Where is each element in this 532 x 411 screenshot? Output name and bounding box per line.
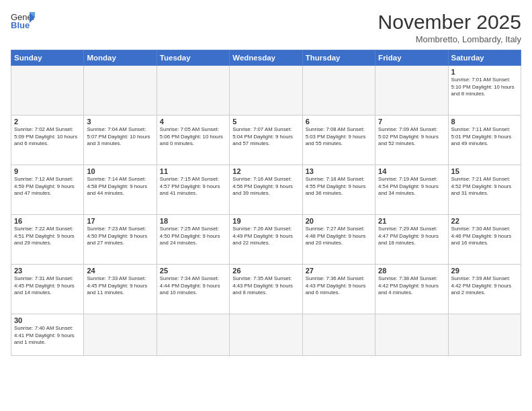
day-info: Sunrise: 7:29 AM Sunset: 4:47 PM Dayligh… <box>378 226 445 247</box>
day-info: Sunrise: 7:12 AM Sunset: 4:59 PM Dayligh… <box>14 176 81 197</box>
calendar-cell: 17Sunrise: 7:23 AM Sunset: 4:50 PM Dayli… <box>84 215 157 265</box>
day-number: 20 <box>306 217 372 225</box>
day-number: 12 <box>232 167 299 175</box>
week-row-2: 2Sunrise: 7:02 AM Sunset: 5:09 PM Daylig… <box>11 116 521 165</box>
title-block: November 2025 Mombretto, Lombardy, Italy <box>378 11 521 44</box>
day-number: 26 <box>232 267 299 275</box>
week-row-1: 1Sunrise: 7:01 AM Sunset: 5:10 PM Daylig… <box>11 66 521 116</box>
calendar-cell: 4Sunrise: 7:05 AM Sunset: 5:06 PM Daylig… <box>157 116 229 165</box>
calendar-cell: 28Sunrise: 7:38 AM Sunset: 4:42 PM Dayli… <box>375 265 448 314</box>
calendar-cell: 1Sunrise: 7:01 AM Sunset: 5:10 PM Daylig… <box>448 66 521 116</box>
day-info: Sunrise: 7:02 AM Sunset: 5:09 PM Dayligh… <box>14 126 81 148</box>
day-info: Sunrise: 7:26 AM Sunset: 4:49 PM Dayligh… <box>232 226 299 247</box>
day-number: 18 <box>160 217 226 225</box>
header-friday: Friday <box>375 50 448 66</box>
day-number: 2 <box>14 118 81 126</box>
day-number: 5 <box>232 118 299 126</box>
day-number: 29 <box>451 267 518 275</box>
day-info: Sunrise: 7:30 AM Sunset: 4:46 PM Dayligh… <box>451 226 518 247</box>
calendar-cell: 13Sunrise: 7:18 AM Sunset: 4:55 PM Dayli… <box>302 165 375 215</box>
calendar-cell: 22Sunrise: 7:30 AM Sunset: 4:46 PM Dayli… <box>448 215 521 265</box>
day-number: 9 <box>14 167 81 175</box>
day-number: 25 <box>160 267 226 275</box>
calendar-cell <box>157 314 229 356</box>
calendar-cell: 11Sunrise: 7:15 AM Sunset: 4:57 PM Dayli… <box>157 165 229 215</box>
calendar-cell: 6Sunrise: 7:08 AM Sunset: 5:03 PM Daylig… <box>302 116 375 165</box>
day-info: Sunrise: 7:34 AM Sunset: 4:44 PM Dayligh… <box>160 275 226 297</box>
calendar-cell: 21Sunrise: 7:29 AM Sunset: 4:47 PM Dayli… <box>375 215 448 265</box>
calendar-cell: 2Sunrise: 7:02 AM Sunset: 5:09 PM Daylig… <box>11 116 84 165</box>
day-number: 11 <box>160 167 226 175</box>
day-info: Sunrise: 7:35 AM Sunset: 4:43 PM Dayligh… <box>232 275 299 297</box>
day-info: Sunrise: 7:05 AM Sunset: 5:06 PM Dayligh… <box>160 126 226 148</box>
day-info: Sunrise: 7:09 AM Sunset: 5:02 PM Dayligh… <box>378 126 445 148</box>
calendar-cell: 10Sunrise: 7:14 AM Sunset: 4:58 PM Dayli… <box>84 165 157 215</box>
calendar-cell <box>448 314 521 356</box>
day-info: Sunrise: 7:19 AM Sunset: 4:54 PM Dayligh… <box>378 176 445 197</box>
calendar-cell: 24Sunrise: 7:33 AM Sunset: 4:45 PM Dayli… <box>84 265 157 314</box>
header-saturday: Saturday <box>448 50 521 66</box>
day-number: 4 <box>160 118 226 126</box>
day-number: 27 <box>306 267 372 275</box>
day-number: 1 <box>451 68 518 76</box>
calendar-cell: 3Sunrise: 7:04 AM Sunset: 5:07 PM Daylig… <box>84 116 157 165</box>
header-sunday: Sunday <box>11 50 84 66</box>
calendar-cell <box>84 66 157 116</box>
week-row-4: 16Sunrise: 7:22 AM Sunset: 4:51 PM Dayli… <box>11 215 521 265</box>
day-number: 23 <box>14 267 81 275</box>
calendar-cell: 9Sunrise: 7:12 AM Sunset: 4:59 PM Daylig… <box>11 165 84 215</box>
day-number: 16 <box>14 217 81 225</box>
day-number: 10 <box>87 167 153 175</box>
header: General Blue November 2025 Mombretto, Lo… <box>11 11 521 44</box>
day-number: 28 <box>378 267 445 275</box>
calendar-cell: 14Sunrise: 7:19 AM Sunset: 4:54 PM Dayli… <box>375 165 448 215</box>
weekday-header-row: Sunday Monday Tuesday Wednesday Thursday… <box>11 50 521 66</box>
location: Mombretto, Lombardy, Italy <box>378 34 521 44</box>
page: General Blue November 2025 Mombretto, Lo… <box>0 0 532 411</box>
calendar-cell: 18Sunrise: 7:25 AM Sunset: 4:50 PM Dayli… <box>157 215 229 265</box>
day-info: Sunrise: 7:33 AM Sunset: 4:45 PM Dayligh… <box>87 275 153 297</box>
header-monday: Monday <box>84 50 157 66</box>
header-tuesday: Tuesday <box>157 50 229 66</box>
day-info: Sunrise: 7:38 AM Sunset: 4:42 PM Dayligh… <box>378 275 445 297</box>
day-info: Sunrise: 7:36 AM Sunset: 4:43 PM Dayligh… <box>306 275 372 297</box>
calendar-cell <box>84 314 157 356</box>
day-info: Sunrise: 7:11 AM Sunset: 5:01 PM Dayligh… <box>451 126 518 148</box>
day-info: Sunrise: 7:27 AM Sunset: 4:48 PM Dayligh… <box>306 226 372 247</box>
day-info: Sunrise: 7:18 AM Sunset: 4:55 PM Dayligh… <box>306 176 372 197</box>
day-info: Sunrise: 7:08 AM Sunset: 5:03 PM Dayligh… <box>306 126 372 148</box>
day-number: 30 <box>14 316 81 324</box>
calendar: Sunday Monday Tuesday Wednesday Thursday… <box>11 50 521 356</box>
day-info: Sunrise: 7:25 AM Sunset: 4:50 PM Dayligh… <box>160 226 226 247</box>
calendar-cell: 12Sunrise: 7:16 AM Sunset: 4:56 PM Dayli… <box>230 165 302 215</box>
calendar-cell: 27Sunrise: 7:36 AM Sunset: 4:43 PM Dayli… <box>302 265 375 314</box>
day-info: Sunrise: 7:21 AM Sunset: 4:52 PM Dayligh… <box>451 176 518 197</box>
day-info: Sunrise: 7:40 AM Sunset: 4:41 PM Dayligh… <box>14 325 81 347</box>
day-number: 8 <box>451 118 518 126</box>
calendar-cell <box>302 66 375 116</box>
calendar-cell <box>157 66 229 116</box>
calendar-cell: 15Sunrise: 7:21 AM Sunset: 4:52 PM Dayli… <box>448 165 521 215</box>
day-number: 14 <box>378 167 445 175</box>
calendar-cell: 5Sunrise: 7:07 AM Sunset: 5:04 PM Daylig… <box>230 116 302 165</box>
day-info: Sunrise: 7:15 AM Sunset: 4:57 PM Dayligh… <box>160 176 226 197</box>
calendar-cell: 7Sunrise: 7:09 AM Sunset: 5:02 PM Daylig… <box>375 116 448 165</box>
calendar-cell <box>302 314 375 356</box>
day-number: 22 <box>451 217 518 225</box>
header-wednesday: Wednesday <box>230 50 302 66</box>
day-info: Sunrise: 7:14 AM Sunset: 4:58 PM Dayligh… <box>87 176 153 197</box>
month-title: November 2025 <box>378 11 521 33</box>
day-number: 24 <box>87 267 153 275</box>
day-number: 3 <box>87 118 153 126</box>
calendar-cell: 23Sunrise: 7:31 AM Sunset: 4:45 PM Dayli… <box>11 265 84 314</box>
day-number: 13 <box>306 167 372 175</box>
day-number: 6 <box>306 118 372 126</box>
day-info: Sunrise: 7:04 AM Sunset: 5:07 PM Dayligh… <box>87 126 153 148</box>
generalblue-logo-icon: General Blue <box>11 11 35 30</box>
day-info: Sunrise: 7:22 AM Sunset: 4:51 PM Dayligh… <box>14 226 81 247</box>
calendar-cell <box>230 66 302 116</box>
day-number: 19 <box>232 217 299 225</box>
day-info: Sunrise: 7:23 AM Sunset: 4:50 PM Dayligh… <box>87 226 153 247</box>
day-number: 17 <box>87 217 153 225</box>
calendar-cell <box>230 314 302 356</box>
